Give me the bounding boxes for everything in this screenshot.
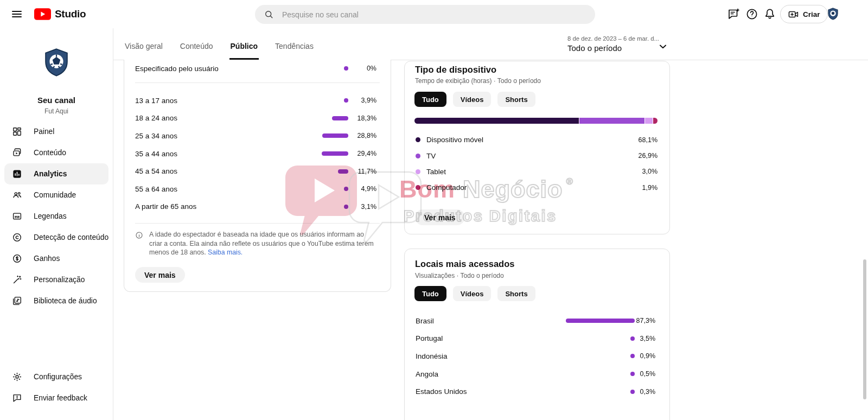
search-input[interactable]	[281, 10, 591, 20]
metric-bar	[344, 205, 348, 209]
settings-icon	[12, 372, 22, 382]
metric-row: A partir de 65 anos 3,1%	[124, 198, 391, 216]
learn-more-link[interactable]: Saiba mais.	[208, 249, 242, 256]
sidebar-item-label: Legendas	[34, 212, 67, 220]
sidebar-item-label: Analytics	[34, 170, 67, 178]
tab[interactable]: Público	[231, 28, 258, 60]
metric-label: 35 a 44 anos	[135, 150, 256, 158]
filter-chip[interactable]: Tudo	[414, 92, 446, 107]
device-value: 1,9%	[642, 184, 658, 192]
stack-segment	[653, 118, 658, 124]
device-label: TV	[426, 152, 639, 160]
see-more-button[interactable]: Ver mais	[415, 209, 465, 225]
feedback-icon	[12, 393, 22, 403]
device-value: 68,1%	[639, 136, 658, 144]
customization-icon	[12, 275, 22, 285]
metric-value: 4,9%	[348, 185, 376, 193]
metric-row: 45 a 54 anos 11,7%	[124, 162, 391, 180]
metric-bar	[344, 187, 348, 191]
stack-segment	[414, 118, 579, 124]
sidebar-item[interactable]: Legendas	[0, 206, 113, 227]
metric-label: 55 a 64 anos	[135, 185, 256, 193]
sidebar-item[interactable]: Biblioteca de áudio	[0, 290, 113, 311]
device-label: Tablet	[426, 168, 642, 176]
send-feedback-button[interactable]	[727, 8, 740, 21]
date-range-picker[interactable]: 8 de dez. de 2023 – 6 de mar. d... Todo …	[567, 35, 659, 53]
analytics-tabbar: Visão geralConteúdoPúblicoTendências 8 d…	[113, 28, 868, 60]
channel-name: Seu canal	[0, 96, 113, 105]
see-more-button[interactable]: Ver mais	[135, 267, 185, 283]
card-title: Tipo de dispositivo	[415, 65, 496, 75]
metric-label: 25 a 34 anos	[135, 132, 256, 140]
sidebar-item[interactable]: Personalização	[0, 269, 113, 290]
sidebar-footer: Configurações Enviar feedback	[0, 366, 113, 409]
sidebar-item[interactable]: Ganhos	[0, 248, 113, 269]
filter-chip[interactable]: Tudo	[414, 286, 446, 301]
metric-bar	[630, 390, 635, 394]
device-row: Tablet 3,0%	[405, 164, 669, 180]
filter-chip[interactable]: Vídeos	[453, 92, 492, 107]
metric-bar	[338, 169, 349, 174]
metric-value: 0%	[348, 65, 376, 72]
create-button-label: Criar	[803, 10, 820, 18]
filter-chips: TudoVídeosShorts	[414, 92, 535, 107]
metric-label: 18 a 24 anos	[135, 114, 256, 122]
legend-dot	[416, 137, 420, 142]
metric-bar	[344, 66, 348, 71]
metric-value: 3,9%	[348, 97, 376, 104]
metric-row: 25 a 34 anos 28,8%	[124, 127, 391, 145]
search-bar[interactable]	[255, 5, 595, 24]
metric-label: Indonésia	[416, 352, 542, 360]
sidebar-item[interactable]: Conteúdo	[0, 142, 113, 163]
feedback-plus-icon	[727, 8, 740, 21]
tab[interactable]: Tendências	[275, 28, 314, 60]
account-avatar[interactable]	[826, 7, 840, 21]
metric-bar	[322, 133, 348, 138]
device-label: Dispositivo móvel	[426, 136, 639, 144]
menu-button[interactable]	[10, 8, 23, 21]
metric-label: A partir de 65 anos	[135, 202, 256, 211]
filter-chip[interactable]: Shorts	[497, 286, 535, 301]
legend-dot	[416, 169, 420, 174]
studio-logo[interactable]: Studio	[34, 8, 86, 20]
metric-bar	[630, 354, 635, 358]
analytics-main: Visão geralConteúdoPúblicoTendências 8 d…	[113, 28, 868, 420]
metric-value: 28,8%	[348, 132, 376, 139]
metric-label: Especificado pelo usuário	[135, 65, 256, 73]
help-button[interactable]	[745, 8, 758, 21]
channel-avatar[interactable]	[41, 47, 72, 78]
analytics-tabs: Visão geralConteúdoPúblicoTendências	[113, 28, 868, 60]
notifications-button[interactable]	[763, 8, 776, 21]
metric-value: 18,3%	[348, 114, 376, 122]
tab[interactable]: Visão geral	[125, 28, 163, 60]
sidebar-item[interactable]: Configurações	[0, 366, 113, 387]
scrollbar-thumb[interactable]	[863, 259, 866, 399]
metric-bar	[332, 116, 349, 120]
metric-bar	[344, 98, 348, 103]
sidebar-item-label: Conteúdo	[34, 149, 66, 157]
sidebar-item-label: Painel	[34, 128, 54, 136]
sidebar: Seu canal Fut Aqui Painel Conteúdo Analy…	[0, 28, 113, 420]
filter-chip[interactable]: Shorts	[497, 92, 535, 107]
device-value: 3,0%	[642, 168, 658, 175]
metric-bar	[566, 319, 635, 323]
sidebar-nav: Painel Conteúdo Analytics Comunidade Leg…	[0, 121, 113, 311]
metric-value: 0,9%	[635, 352, 655, 360]
card-title: Locais mais acessados	[415, 259, 514, 269]
sidebar-item[interactable]: Enviar feedback	[0, 387, 113, 409]
sidebar-item[interactable]: Painel	[0, 121, 113, 142]
dashboard-icon	[12, 126, 22, 137]
topbar: Studio Criar	[0, 0, 868, 28]
chevron-down-icon[interactable]	[657, 41, 669, 53]
device-legend: Dispositivo móvel 68,1% TV 26,9% Tablet …	[405, 132, 669, 196]
create-button[interactable]: Criar	[780, 5, 828, 23]
sidebar-item[interactable]: Detecção de conteúdo	[0, 227, 113, 248]
filter-chip[interactable]: Vídeos	[453, 286, 492, 301]
channel-handle: Fut Aqui	[0, 107, 113, 115]
sidebar-item[interactable]: Comunidade	[0, 184, 113, 206]
sidebar-item[interactable]: Analytics	[4, 163, 108, 184]
metric-label: Brasil	[416, 317, 542, 325]
tab[interactable]: Conteúdo	[180, 28, 213, 60]
info-icon	[135, 231, 143, 239]
metric-row: Portugal 3,5%	[405, 330, 669, 348]
